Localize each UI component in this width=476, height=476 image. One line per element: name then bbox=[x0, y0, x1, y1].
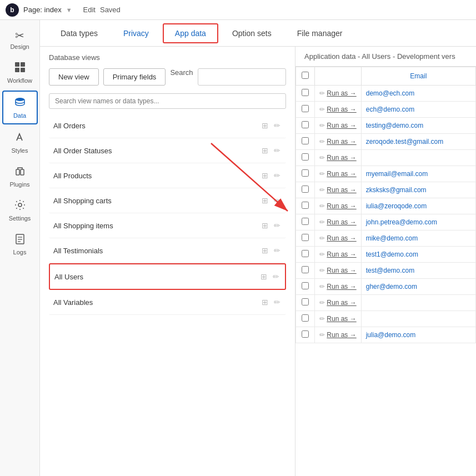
edit-row-icon[interactable]: ✏ bbox=[319, 154, 325, 162]
run-as-link[interactable]: Run as → bbox=[327, 315, 356, 323]
row-checkbox[interactable] bbox=[302, 234, 309, 241]
row-checkbox[interactable] bbox=[302, 266, 309, 273]
edit-row-icon[interactable]: ✏ bbox=[319, 138, 325, 146]
table-row: ✏ Run as → testing@demo.com bbox=[296, 118, 476, 134]
edit-row-icon[interactable]: ✏ bbox=[319, 250, 325, 258]
copy-icon[interactable]: ⊞ bbox=[260, 120, 269, 131]
run-as-link[interactable]: Run as → bbox=[327, 331, 356, 339]
run-as-link[interactable]: Run as → bbox=[327, 299, 356, 307]
row-checkbox[interactable] bbox=[302, 202, 309, 209]
edit-icon[interactable]: ✏ bbox=[273, 220, 282, 231]
edit-row-icon[interactable]: ✏ bbox=[319, 202, 325, 210]
row-checkbox[interactable] bbox=[302, 137, 309, 144]
tab-privacy[interactable]: Privacy bbox=[112, 24, 161, 43]
sidebar-item-plugins[interactable]: Plugins bbox=[2, 161, 38, 192]
view-item[interactable]: All Shopping carts ⊞ ✏ bbox=[49, 188, 286, 213]
view-item[interactable]: All Variables ⊞ ✏ bbox=[49, 290, 286, 315]
run-as-link[interactable]: Run as → bbox=[327, 202, 356, 210]
sidebar-item-settings[interactable]: Settings bbox=[2, 194, 38, 226]
sidebar-item-logs[interactable]: Logs bbox=[2, 228, 38, 260]
new-view-button[interactable]: New view bbox=[49, 68, 99, 86]
edit-icon[interactable]: ✏ bbox=[273, 245, 282, 256]
view-item[interactable]: All Order Statuses ⊞ ✏ bbox=[49, 138, 286, 163]
row-checkbox[interactable] bbox=[302, 330, 309, 338]
run-as-link[interactable]: Run as → bbox=[327, 106, 356, 113]
table-row: ✏ Run as → iulia@zeroqode.com bbox=[296, 198, 476, 214]
run-as-link[interactable]: Run as → bbox=[327, 218, 356, 226]
edit-icon[interactable]: ✏ bbox=[272, 271, 280, 282]
edit-row-icon[interactable]: ✏ bbox=[319, 186, 325, 194]
sidebar-item-data[interactable]: Data bbox=[2, 91, 38, 124]
edit-icon[interactable]: ✏ bbox=[273, 145, 282, 156]
run-as-link[interactable]: Run as → bbox=[327, 234, 356, 242]
row-checkbox[interactable] bbox=[302, 314, 309, 322]
copy-icon[interactable]: ⊞ bbox=[260, 170, 269, 181]
edit-row-icon[interactable]: ✏ bbox=[319, 122, 325, 129]
edit-icon[interactable]: ✏ bbox=[273, 195, 282, 206]
row-checkbox[interactable] bbox=[302, 250, 309, 257]
copy-icon[interactable]: ⊞ bbox=[260, 195, 269, 206]
row-checkbox[interactable] bbox=[302, 186, 309, 193]
run-as-link[interactable]: Run as → bbox=[327, 283, 356, 290]
sidebar-item-design[interactable]: ✂ Design bbox=[2, 26, 38, 54]
row-checkbox[interactable] bbox=[302, 89, 309, 96]
edit-label[interactable]: Edit bbox=[83, 6, 96, 14]
view-item-name: All Order Statuses bbox=[53, 147, 112, 155]
row-checkbox[interactable] bbox=[302, 105, 309, 112]
tab-data-types[interactable]: Data types bbox=[49, 24, 109, 43]
row-checkbox[interactable] bbox=[302, 121, 309, 128]
copy-icon[interactable]: ⊞ bbox=[260, 220, 269, 231]
view-item[interactable]: All Shopping items ⊞ ✏ bbox=[49, 213, 286, 238]
primary-fields-button[interactable]: Primary fields bbox=[103, 68, 166, 86]
tab-app-data[interactable]: App data bbox=[163, 23, 218, 43]
edit-row-icon[interactable]: ✏ bbox=[319, 218, 325, 226]
edit-row-icon[interactable]: ✏ bbox=[319, 89, 325, 97]
edit-icon[interactable]: ✏ bbox=[273, 297, 282, 308]
run-as-link[interactable]: Run as → bbox=[327, 186, 356, 194]
view-item[interactable]: All Products ⊞ ✏ bbox=[49, 163, 286, 188]
row-checkbox[interactable] bbox=[302, 153, 309, 161]
run-as-link[interactable]: Run as → bbox=[327, 122, 356, 129]
row-checkbox[interactable] bbox=[302, 282, 309, 289]
edit-icon[interactable]: ✏ bbox=[273, 170, 282, 181]
edit-row-icon[interactable]: ✏ bbox=[319, 234, 325, 242]
edit-icon[interactable]: ✏ bbox=[273, 120, 282, 131]
sidebar-item-styles[interactable]: Styles bbox=[2, 127, 38, 158]
run-as-link[interactable]: Run as → bbox=[327, 138, 356, 146]
page-dropdown-arrow[interactable]: ▼ bbox=[66, 7, 72, 13]
run-as-link[interactable]: Run as → bbox=[327, 267, 356, 274]
tab-option-sets[interactable]: Option sets bbox=[221, 24, 283, 43]
edit-row-icon[interactable]: ✏ bbox=[319, 106, 325, 113]
view-list: All Orders ⊞ ✏ All Order Statuses ⊞ ✏ Al… bbox=[49, 113, 286, 469]
view-item-actions: ⊞ ✏ bbox=[259, 271, 280, 282]
sidebar-item-workflow[interactable]: Workflow bbox=[2, 57, 38, 88]
copy-icon[interactable]: ⊞ bbox=[260, 245, 269, 256]
row-checkbox[interactable] bbox=[302, 298, 309, 305]
row-checkbox[interactable] bbox=[302, 169, 309, 177]
content-area: Database views New view Primary fields S… bbox=[40, 47, 476, 476]
run-as-link[interactable]: Run as → bbox=[327, 170, 356, 178]
edit-row-icon[interactable]: ✏ bbox=[319, 283, 325, 290]
run-as-link[interactable]: Run as → bbox=[327, 250, 356, 258]
select-all-checkbox[interactable] bbox=[302, 72, 309, 79]
view-item[interactable]: All Users ⊞ ✏ bbox=[49, 263, 286, 290]
copy-icon[interactable]: ⊞ bbox=[259, 271, 268, 282]
edit-row-icon[interactable]: ✏ bbox=[319, 315, 325, 323]
view-item-name: All Products bbox=[53, 172, 92, 180]
search-input[interactable] bbox=[198, 68, 286, 86]
copy-icon[interactable]: ⊞ bbox=[260, 145, 269, 156]
run-as-link[interactable]: Run as → bbox=[327, 89, 356, 97]
run-as-link[interactable]: Run as → bbox=[327, 154, 356, 162]
edit-row-icon[interactable]: ✏ bbox=[319, 299, 325, 307]
edit-row-icon[interactable]: ✏ bbox=[319, 267, 325, 274]
logo: b bbox=[6, 3, 19, 17]
tab-file-manager[interactable]: File manager bbox=[285, 24, 354, 43]
view-item[interactable]: All Testimonials ⊞ ✏ bbox=[49, 238, 286, 263]
edit-row-icon[interactable]: ✏ bbox=[319, 170, 325, 178]
view-search-input[interactable] bbox=[49, 93, 286, 109]
row-checkbox[interactable] bbox=[302, 218, 309, 225]
view-item-actions: ⊞ ✏ bbox=[260, 170, 282, 181]
view-item[interactable]: All Orders ⊞ ✏ bbox=[49, 113, 286, 138]
edit-row-icon[interactable]: ✏ bbox=[319, 331, 325, 339]
copy-icon[interactable]: ⊞ bbox=[260, 297, 269, 308]
